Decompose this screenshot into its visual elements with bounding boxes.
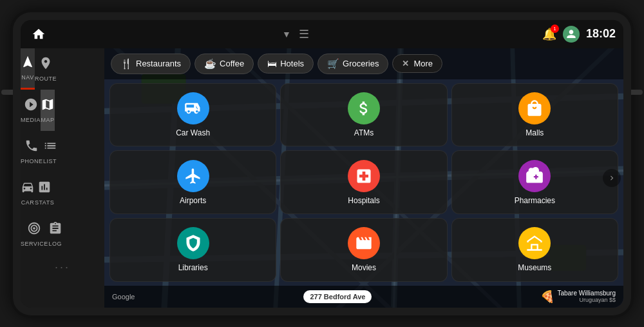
car-wash-label: Car Wash xyxy=(176,128,210,137)
filter-more[interactable]: ✕ More xyxy=(392,54,442,73)
sidebar-item-list[interactable]: LIST xyxy=(43,131,57,172)
filter-coffee[interactable]: ☕ Coffee xyxy=(194,54,254,74)
sidebar-media-map-pair: MEDIA MAP xyxy=(21,90,104,131)
sidebar-car-stats-pair: CAR STATS xyxy=(21,172,104,213)
hospitals-label: Hospitals xyxy=(348,196,379,205)
route-label: ROUTE xyxy=(35,75,57,82)
poi-museums[interactable]: Museums xyxy=(451,218,618,282)
restaurant-label: Tabare Williamsburg Uruguayan $$ xyxy=(557,290,616,303)
atms-icon-circle xyxy=(348,92,380,124)
map-area: 🍴 Restaurants ☕ Coffee 🛏 Hotels 🛒 xyxy=(104,48,623,308)
chevron-right-button[interactable] xyxy=(603,169,621,187)
sidebar-top-pair: NAV ROUTE xyxy=(21,48,104,90)
poi-grid: Car Wash ATMs xyxy=(104,79,623,286)
poi-row-1: Car Wash ATMs xyxy=(109,83,618,147)
atms-label: ATMs xyxy=(354,128,374,137)
car-label: CAR xyxy=(21,199,35,206)
airports-label: Airports xyxy=(180,196,206,205)
media-label: MEDIA xyxy=(21,117,41,123)
pharmacies-icon-circle xyxy=(518,160,551,192)
sidebar: NAV ROUTE xyxy=(21,48,104,308)
poi-movies[interactable]: Movies xyxy=(280,218,447,282)
filter-restaurants[interactable]: 🍴 Restaurants xyxy=(111,54,191,74)
poi-pharmacies[interactable]: Pharmacies xyxy=(451,150,618,214)
libraries-label: Libraries xyxy=(178,263,208,272)
home-button[interactable] xyxy=(28,24,49,45)
sidebar-service-log-pair: SERVICE LOG xyxy=(21,213,104,255)
car-wash-icon-circle xyxy=(177,92,209,124)
top-bar-right: 🔔 1 18:02 xyxy=(542,26,616,43)
sidebar-item-nav[interactable]: NAV xyxy=(21,48,35,90)
restaurant-pin: 🍕 xyxy=(540,290,554,304)
poi-hospitals[interactable]: Hospitals xyxy=(280,150,447,214)
google-logo: Google xyxy=(112,293,135,301)
poi-row-2: Airports Hospitals xyxy=(109,150,618,214)
log-label: LOG xyxy=(49,241,62,247)
notification-icon[interactable]: 🔔 1 xyxy=(542,27,556,41)
filter-hotels[interactable]: 🛏 Hotels xyxy=(258,54,314,74)
stats-label: STATS xyxy=(35,199,54,206)
restaurant-sub: Uruguayan $$ xyxy=(557,297,616,303)
poi-atms[interactable]: ATMs xyxy=(280,83,447,147)
sidebar-item-phone[interactable]: PHONE xyxy=(21,131,43,172)
coffee-icon: ☕ xyxy=(204,58,216,70)
top-bar-center: ▼ ☰ xyxy=(282,27,309,41)
museums-label: Museums xyxy=(518,263,551,272)
top-bar-left xyxy=(28,24,49,45)
poi-airports[interactable]: Airports xyxy=(109,150,276,214)
map-label: MAP xyxy=(41,117,55,123)
location-info: 277 Bedford Ave xyxy=(303,290,372,303)
nav-icon xyxy=(21,55,35,72)
sidebar-item-service[interactable]: SERVICE xyxy=(21,213,48,255)
poi-malls[interactable]: Malls xyxy=(451,83,618,147)
libraries-icon-circle xyxy=(177,227,209,259)
route-icon xyxy=(39,56,53,74)
sidebar-item-car[interactable]: CAR xyxy=(21,172,35,213)
menu-icon[interactable]: ☰ xyxy=(299,27,309,41)
malls-icon-circle xyxy=(518,92,551,124)
sidebar-item-log[interactable]: LOG xyxy=(48,213,62,255)
address-chip[interactable]: 277 Bedford Ave xyxy=(303,290,372,303)
poi-overlay: 🍴 Restaurants ☕ Coffee 🛏 Hotels 🛒 xyxy=(104,48,623,308)
phone-label: PHONE xyxy=(21,158,43,164)
more-dots[interactable]: ··· xyxy=(21,255,104,281)
malls-label: Malls xyxy=(526,128,544,137)
sidebar-phone-list-pair: PHONE LIST xyxy=(21,131,104,172)
screen: ▼ ☰ 🔔 1 18:02 xyxy=(21,20,623,308)
restaurants-label: Restaurants xyxy=(136,59,181,68)
hotels-icon: 🛏 xyxy=(267,58,277,69)
museums-icon-circle xyxy=(518,227,551,259)
sidebar-item-route[interactable]: ROUTE xyxy=(35,48,57,90)
media-icon xyxy=(24,97,38,115)
nav-label: NAV xyxy=(21,74,33,81)
restaurant-name: Tabare Williamsburg xyxy=(557,290,616,297)
restaurants-icon: 🍴 xyxy=(120,58,133,70)
map-icon xyxy=(41,97,55,115)
sidebar-item-stats[interactable]: STATS xyxy=(35,172,54,213)
notification-badge: 1 xyxy=(551,25,559,33)
coffee-label: Coffee xyxy=(220,59,244,68)
movies-label: Movies xyxy=(352,263,376,272)
filter-bar: 🍴 Restaurants ☕ Coffee 🛏 Hotels 🛒 xyxy=(104,48,623,79)
stats-icon xyxy=(37,180,52,197)
user-avatar[interactable] xyxy=(563,26,580,43)
sidebar-item-media[interactable]: MEDIA xyxy=(21,90,41,131)
poi-row-3: Libraries Movies xyxy=(109,218,618,282)
sidebar-item-map[interactable]: MAP xyxy=(41,90,55,131)
poi-libraries[interactable]: Libraries xyxy=(109,218,276,282)
close-icon: ✕ xyxy=(402,59,409,68)
car-icon xyxy=(21,180,35,197)
poi-car-wash[interactable]: Car Wash xyxy=(109,83,276,147)
groceries-label: Groceries xyxy=(343,59,379,68)
signal-icon: ▼ xyxy=(282,29,291,39)
movies-icon-circle xyxy=(348,227,380,259)
top-bar: ▼ ☰ 🔔 1 18:02 xyxy=(21,20,623,48)
list-label: LIST xyxy=(43,158,57,164)
list-icon xyxy=(43,139,57,156)
more-label: More xyxy=(413,59,433,68)
main-content: NAV ROUTE xyxy=(21,48,623,308)
map-bottom-bar: Google 277 Bedford Ave 🍕 Tabare Williams… xyxy=(104,286,623,308)
device-shell: ▼ ☰ 🔔 1 18:02 xyxy=(13,12,631,315)
filter-groceries[interactable]: 🛒 Groceries xyxy=(317,54,388,74)
restaurant-info: 🍕 Tabare Williamsburg Uruguayan $$ xyxy=(540,290,616,304)
